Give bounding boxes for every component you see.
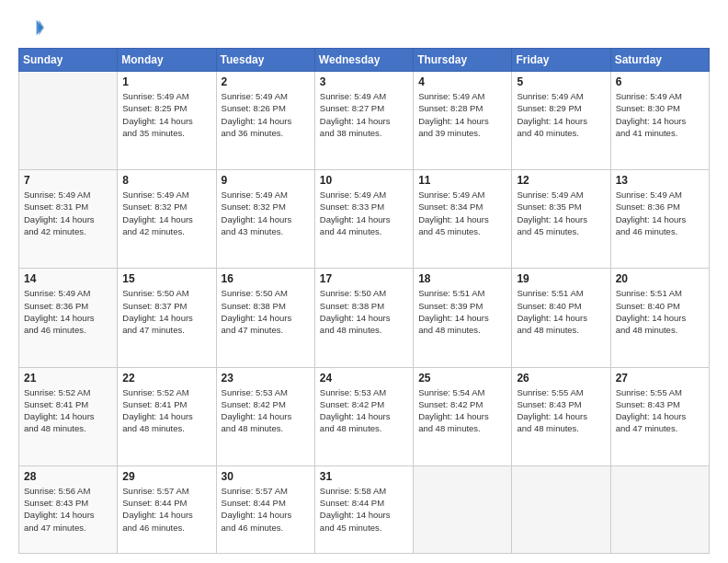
- calendar-cell: 23Sunrise: 5:53 AM Sunset: 8:42 PM Dayli…: [216, 367, 314, 465]
- day-number: 20: [616, 272, 704, 285]
- day-number: 22: [122, 372, 210, 385]
- calendar-cell: [414, 465, 512, 553]
- day-info: Sunrise: 5:53 AM Sunset: 8:42 PM Dayligh…: [320, 386, 408, 435]
- day-info: Sunrise: 5:49 AM Sunset: 8:25 PM Dayligh…: [122, 90, 210, 139]
- calendar-cell: 26Sunrise: 5:55 AM Sunset: 8:43 PM Dayli…: [512, 367, 610, 465]
- svg-marker-1: [39, 20, 44, 36]
- logo-icon: [18, 15, 44, 40]
- calendar-table: SundayMondayTuesdayWednesdayThursdayFrid…: [18, 48, 710, 554]
- calendar-cell: 18Sunrise: 5:51 AM Sunset: 8:39 PM Dayli…: [414, 269, 512, 367]
- day-info: Sunrise: 5:49 AM Sunset: 8:33 PM Dayligh…: [320, 189, 408, 237]
- day-info: Sunrise: 5:49 AM Sunset: 8:35 PM Dayligh…: [517, 189, 605, 237]
- day-number: 17: [320, 272, 408, 285]
- day-number: 8: [122, 174, 210, 187]
- calendar-body: 1Sunrise: 5:49 AM Sunset: 8:25 PM Daylig…: [19, 72, 710, 554]
- weekday-header-wednesday: Wednesday: [314, 49, 413, 72]
- calendar-header: SundayMondayTuesdayWednesdayThursdayFrid…: [19, 49, 710, 72]
- day-info: Sunrise: 5:49 AM Sunset: 8:32 PM Dayligh…: [222, 189, 310, 237]
- day-number: 10: [320, 174, 408, 187]
- weekday-header-thursday: Thursday: [414, 49, 512, 72]
- calendar-cell: 4Sunrise: 5:49 AM Sunset: 8:28 PM Daylig…: [414, 72, 512, 170]
- day-info: Sunrise: 5:49 AM Sunset: 8:26 PM Dayligh…: [222, 90, 310, 139]
- weekday-header-sunday: Sunday: [19, 49, 118, 72]
- calendar-cell: 6Sunrise: 5:49 AM Sunset: 8:30 PM Daylig…: [610, 72, 709, 170]
- calendar-cell: 21Sunrise: 5:52 AM Sunset: 8:41 PM Dayli…: [19, 367, 118, 465]
- day-number: 4: [418, 75, 506, 88]
- weekday-header-tuesday: Tuesday: [216, 49, 314, 72]
- day-number: 5: [517, 75, 605, 88]
- day-number: 11: [418, 174, 506, 187]
- weekday-header-friday: Friday: [512, 49, 610, 72]
- day-info: Sunrise: 5:49 AM Sunset: 8:36 PM Dayligh…: [24, 287, 112, 336]
- day-info: Sunrise: 5:50 AM Sunset: 8:38 PM Dayligh…: [222, 287, 310, 336]
- calendar-cell: 13Sunrise: 5:49 AM Sunset: 8:36 PM Dayli…: [610, 170, 709, 269]
- calendar-cell: 17Sunrise: 5:50 AM Sunset: 8:38 PM Dayli…: [314, 269, 413, 367]
- day-info: Sunrise: 5:52 AM Sunset: 8:41 PM Dayligh…: [122, 386, 210, 435]
- day-number: 2: [222, 75, 310, 88]
- day-info: Sunrise: 5:49 AM Sunset: 8:31 PM Dayligh…: [24, 189, 112, 237]
- day-number: 18: [418, 272, 506, 285]
- calendar-week-2: 14Sunrise: 5:49 AM Sunset: 8:36 PM Dayli…: [19, 269, 710, 367]
- calendar-cell: 8Sunrise: 5:49 AM Sunset: 8:32 PM Daylig…: [118, 170, 216, 269]
- calendar-cell: 14Sunrise: 5:49 AM Sunset: 8:36 PM Dayli…: [19, 269, 118, 367]
- day-number: 26: [517, 372, 605, 385]
- calendar-cell: 12Sunrise: 5:49 AM Sunset: 8:35 PM Dayli…: [512, 170, 610, 269]
- logo: [18, 15, 48, 40]
- day-number: 6: [616, 75, 704, 88]
- calendar-cell: 25Sunrise: 5:54 AM Sunset: 8:42 PM Dayli…: [414, 367, 512, 465]
- day-number: 9: [222, 174, 310, 187]
- day-number: 28: [24, 470, 112, 483]
- day-info: Sunrise: 5:55 AM Sunset: 8:43 PM Dayligh…: [616, 386, 704, 435]
- weekday-header-monday: Monday: [118, 49, 216, 72]
- day-info: Sunrise: 5:51 AM Sunset: 8:40 PM Dayligh…: [517, 287, 605, 336]
- calendar-cell: 16Sunrise: 5:50 AM Sunset: 8:38 PM Dayli…: [216, 269, 314, 367]
- day-number: 12: [517, 174, 605, 187]
- header: [18, 15, 710, 40]
- day-info: Sunrise: 5:49 AM Sunset: 8:29 PM Dayligh…: [517, 90, 605, 139]
- day-number: 30: [222, 470, 310, 483]
- day-info: Sunrise: 5:50 AM Sunset: 8:37 PM Dayligh…: [122, 287, 210, 336]
- calendar-cell: 22Sunrise: 5:52 AM Sunset: 8:41 PM Dayli…: [118, 367, 216, 465]
- day-info: Sunrise: 5:53 AM Sunset: 8:42 PM Dayligh…: [222, 386, 310, 435]
- calendar-cell: 27Sunrise: 5:55 AM Sunset: 8:43 PM Dayli…: [610, 367, 709, 465]
- weekday-header-saturday: Saturday: [610, 49, 709, 72]
- calendar-week-1: 7Sunrise: 5:49 AM Sunset: 8:31 PM Daylig…: [19, 170, 710, 269]
- calendar-week-3: 21Sunrise: 5:52 AM Sunset: 8:41 PM Dayli…: [19, 367, 710, 465]
- day-info: Sunrise: 5:55 AM Sunset: 8:43 PM Dayligh…: [517, 386, 605, 435]
- calendar-cell: 20Sunrise: 5:51 AM Sunset: 8:40 PM Dayli…: [610, 269, 709, 367]
- day-number: 23: [222, 372, 310, 385]
- calendar-cell: 5Sunrise: 5:49 AM Sunset: 8:29 PM Daylig…: [512, 72, 610, 170]
- day-number: 27: [616, 372, 704, 385]
- calendar-cell: 2Sunrise: 5:49 AM Sunset: 8:26 PM Daylig…: [216, 72, 314, 170]
- day-number: 13: [616, 174, 704, 187]
- day-number: 15: [122, 272, 210, 285]
- day-number: 25: [418, 372, 506, 385]
- calendar-week-0: 1Sunrise: 5:49 AM Sunset: 8:25 PM Daylig…: [19, 72, 710, 170]
- day-number: 31: [320, 470, 408, 483]
- day-number: 29: [122, 470, 210, 483]
- day-info: Sunrise: 5:56 AM Sunset: 8:43 PM Dayligh…: [24, 485, 112, 534]
- day-info: Sunrise: 5:49 AM Sunset: 8:27 PM Dayligh…: [320, 90, 408, 139]
- day-info: Sunrise: 5:54 AM Sunset: 8:42 PM Dayligh…: [418, 386, 506, 435]
- day-number: 21: [24, 372, 112, 385]
- calendar-cell: 24Sunrise: 5:53 AM Sunset: 8:42 PM Dayli…: [314, 367, 413, 465]
- calendar-cell: 19Sunrise: 5:51 AM Sunset: 8:40 PM Dayli…: [512, 269, 610, 367]
- calendar-cell: [610, 465, 709, 553]
- calendar-cell: [19, 72, 118, 170]
- day-info: Sunrise: 5:49 AM Sunset: 8:32 PM Dayligh…: [122, 189, 210, 237]
- day-info: Sunrise: 5:49 AM Sunset: 8:28 PM Dayligh…: [418, 90, 506, 139]
- day-info: Sunrise: 5:58 AM Sunset: 8:44 PM Dayligh…: [320, 485, 408, 534]
- day-number: 24: [320, 372, 408, 385]
- calendar-week-4: 28Sunrise: 5:56 AM Sunset: 8:43 PM Dayli…: [19, 465, 710, 553]
- calendar-cell: 10Sunrise: 5:49 AM Sunset: 8:33 PM Dayli…: [314, 170, 413, 269]
- day-info: Sunrise: 5:52 AM Sunset: 8:41 PM Dayligh…: [24, 386, 112, 435]
- day-number: 1: [122, 75, 210, 88]
- calendar-cell: 30Sunrise: 5:57 AM Sunset: 8:44 PM Dayli…: [216, 465, 314, 553]
- calendar-cell: 9Sunrise: 5:49 AM Sunset: 8:32 PM Daylig…: [216, 170, 314, 269]
- calendar-cell: 15Sunrise: 5:50 AM Sunset: 8:37 PM Dayli…: [118, 269, 216, 367]
- day-number: 7: [24, 174, 112, 187]
- day-info: Sunrise: 5:49 AM Sunset: 8:30 PM Dayligh…: [616, 90, 704, 139]
- day-info: Sunrise: 5:50 AM Sunset: 8:38 PM Dayligh…: [320, 287, 408, 336]
- day-number: 14: [24, 272, 112, 285]
- calendar-cell: [512, 465, 610, 553]
